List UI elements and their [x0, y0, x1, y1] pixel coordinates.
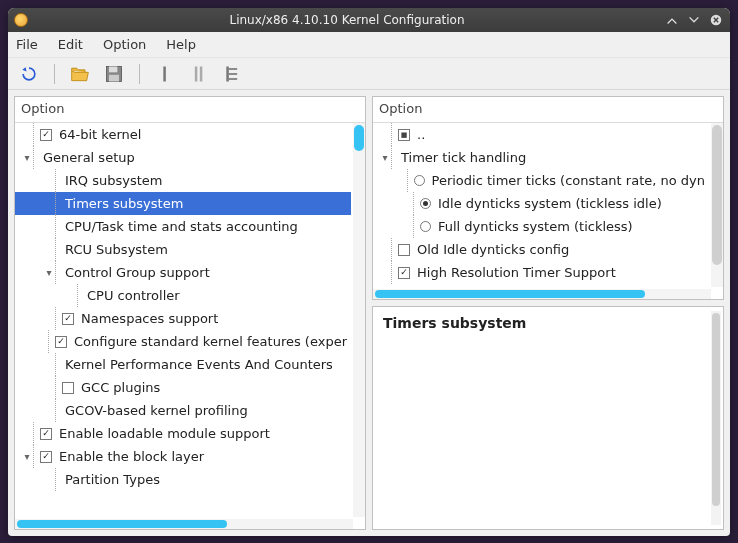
menubar: File Edit Option Help [8, 32, 730, 58]
tree-guide [55, 468, 56, 491]
right-hscrollbar[interactable] [373, 289, 711, 299]
tree-guide [33, 123, 34, 146]
tree-row[interactable]: Configure standard kernel features (expe… [15, 330, 351, 353]
tree-guide [391, 123, 392, 146]
tree-item-label: 64-bit kernel [58, 127, 141, 142]
right-pane-header[interactable]: Option [373, 97, 723, 123]
tree-item-label: Idle dynticks system (tickless idle) [437, 196, 662, 211]
tree-item-label: Namespaces support [80, 311, 218, 326]
tree-guide [391, 238, 392, 261]
tree-view-button[interactable] [222, 63, 244, 85]
tree-row[interactable]: ▾Enable the block layer [15, 445, 351, 468]
svg-rect-9 [229, 73, 237, 75]
left-hscrollbar[interactable] [15, 519, 353, 529]
tree-guide [33, 445, 34, 468]
tree-guide [55, 238, 56, 261]
tree-guide [33, 422, 34, 445]
left-tree[interactable]: 64-bit kernel▾General setupIRQ subsystem… [15, 123, 351, 517]
menu-file[interactable]: File [16, 37, 38, 52]
checkbox-icon[interactable] [398, 244, 410, 256]
info-title: Timers subsystem [383, 315, 713, 331]
tree-item-label: Enable the block layer [58, 449, 204, 464]
collapse-icon[interactable]: ▾ [21, 451, 33, 462]
tree-row[interactable]: ▾General setup [15, 146, 351, 169]
tree-guide [77, 284, 78, 307]
right-vscrollbar[interactable] [711, 123, 723, 287]
tree-guide [413, 192, 414, 215]
minimize-button[interactable] [664, 12, 680, 28]
tree-row[interactable]: Enable loadable module support [15, 422, 351, 445]
tree-row[interactable]: Timers subsystem [15, 192, 351, 215]
checkbox-icon[interactable] [62, 313, 74, 325]
tree-item-label: Old Idle dynticks config [416, 242, 569, 257]
menu-help[interactable]: Help [166, 37, 196, 52]
checkbox-icon[interactable] [62, 382, 74, 394]
tree-row[interactable]: Namespaces support [15, 307, 351, 330]
tree-row[interactable]: 64-bit kernel [15, 123, 351, 146]
tree-row[interactable]: Partition Types [15, 468, 351, 491]
collapse-icon[interactable]: ▾ [21, 152, 33, 163]
tree-row[interactable]: ▾Control Group support [15, 261, 351, 284]
tree-row[interactable]: GCOV-based kernel profiling [15, 399, 351, 422]
undo-button[interactable] [18, 63, 40, 85]
tree-guide [55, 215, 56, 238]
menu-option[interactable]: Option [103, 37, 146, 52]
tree-row[interactable]: Old Idle dynticks config [373, 238, 709, 261]
checkbox-icon[interactable] [398, 129, 410, 141]
tree-guide [55, 353, 56, 376]
tree-item-label: Kernel Performance Events And Counters [64, 357, 333, 372]
left-tree-wrap: 64-bit kernel▾General setupIRQ subsystem… [15, 123, 365, 529]
left-vscrollbar[interactable] [353, 123, 365, 517]
split-view-button[interactable] [188, 63, 210, 85]
single-view-button[interactable] [154, 63, 176, 85]
radio-icon[interactable] [420, 198, 431, 209]
tree-item-label: CPU controller [86, 288, 180, 303]
svg-rect-5 [195, 66, 198, 81]
checkbox-icon[interactable] [40, 451, 52, 463]
tree-row[interactable]: ▾Timer tick handling [373, 146, 709, 169]
radio-icon[interactable] [420, 221, 431, 232]
checkbox-icon[interactable] [40, 428, 52, 440]
right-tree[interactable]: ..▾Timer tick handlingPeriodic timer tic… [373, 123, 709, 287]
tree-row[interactable]: IRQ subsystem [15, 169, 351, 192]
tree-row[interactable]: Periodic timer ticks (constant rate, no … [373, 169, 709, 192]
collapse-icon[interactable]: ▾ [43, 267, 55, 278]
tree-row[interactable]: CPU/Task time and stats accounting [15, 215, 351, 238]
tree-item-label: Control Group support [64, 265, 210, 280]
tree-guide [55, 261, 56, 284]
tree-guide [413, 215, 414, 238]
menu-edit[interactable]: Edit [58, 37, 83, 52]
tree-guide [55, 307, 56, 330]
tree-item-label: CPU/Task time and stats accounting [64, 219, 298, 234]
tree-row[interactable]: GCC plugins [15, 376, 351, 399]
tree-item-label: Timer tick handling [400, 150, 526, 165]
tree-item-label: Periodic timer ticks (constant rate, no … [431, 173, 705, 188]
checkbox-icon[interactable] [55, 336, 67, 348]
tree-row[interactable]: High Resolution Timer Support [373, 261, 709, 284]
tree-item-label: .. [416, 127, 425, 142]
collapse-icon[interactable]: ▾ [379, 152, 391, 163]
tree-row[interactable]: Kernel Performance Events And Counters [15, 353, 351, 376]
svg-rect-7 [226, 66, 229, 81]
toolbar-separator [54, 64, 55, 84]
tree-row[interactable]: Idle dynticks system (tickless idle) [373, 192, 709, 215]
left-pane-header[interactable]: Option [15, 97, 365, 123]
checkbox-icon[interactable] [398, 267, 410, 279]
tree-row[interactable]: CPU controller [15, 284, 351, 307]
open-button[interactable] [69, 63, 91, 85]
tree-row[interactable]: .. [373, 123, 709, 146]
svg-rect-10 [229, 78, 237, 80]
save-button[interactable] [103, 63, 125, 85]
info-vscrollbar[interactable] [711, 311, 721, 525]
radio-icon[interactable] [414, 175, 425, 186]
close-button[interactable] [708, 12, 724, 28]
checkbox-icon[interactable] [40, 129, 52, 141]
tree-item-label: High Resolution Timer Support [416, 265, 616, 280]
maximize-button[interactable] [686, 12, 702, 28]
tree-guide [391, 146, 392, 169]
tree-row[interactable]: RCU Subsystem [15, 238, 351, 261]
titlebar[interactable]: Linux/x86 4.10.10 Kernel Configuration [8, 8, 730, 32]
toolbar [8, 58, 730, 90]
tree-item-label: General setup [42, 150, 135, 165]
tree-row[interactable]: Full dynticks system (tickless) [373, 215, 709, 238]
